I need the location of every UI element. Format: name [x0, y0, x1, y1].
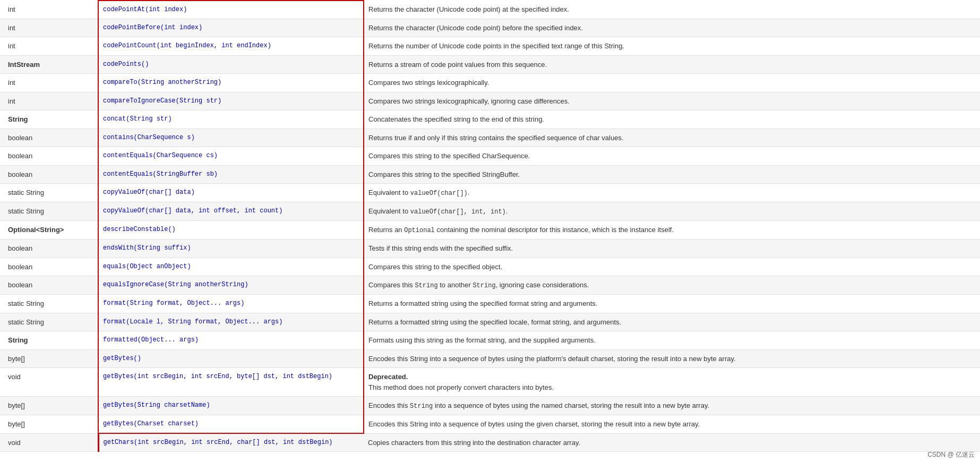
- api-table-wrapper: intcodePointAt(int index)Returns the cha…: [0, 0, 980, 452]
- table-row: Optional<String>describeConstable()Retur…: [0, 221, 980, 239]
- type-cell: static String: [0, 295, 98, 313]
- desc-cell: Returns an Optional containing the nomin…: [364, 221, 980, 239]
- table-row: IntStreamcodePoints()Returns a stream of…: [0, 55, 980, 74]
- type-cell: IntStream: [0, 55, 98, 74]
- desc-cell: Compares two strings lexicographically.: [364, 74, 980, 92]
- table-row: booleancontentEquals(StringBuffer sb)Com…: [0, 165, 980, 184]
- desc-cell: Compares this String to another String, …: [364, 276, 980, 295]
- type-cell: void: [0, 433, 98, 452]
- type-cell: byte[]: [0, 349, 98, 368]
- desc-cell: Encodes this String into a sequence of b…: [364, 349, 980, 368]
- api-table: intcodePointAt(int index)Returns the cha…: [0, 0, 980, 452]
- desc-cell: Compares this string to the specified Ch…: [364, 147, 980, 166]
- method-cell: describeConstable(): [98, 221, 364, 239]
- type-cell: boolean: [0, 276, 98, 295]
- desc-cell: Concatenates the specified string to the…: [364, 110, 980, 129]
- type-cell: static String: [0, 313, 98, 331]
- method-cell: format(Locale l, String format, Object..…: [98, 313, 364, 331]
- method-cell: endsWith(String suffix): [98, 239, 364, 258]
- desc-cell: Compares this string to the specified ob…: [364, 258, 980, 276]
- type-cell: byte[]: [0, 415, 98, 434]
- type-cell: int: [0, 92, 98, 110]
- desc-cell: Formats using this string as the format …: [364, 331, 980, 350]
- method-cell: copyValueOf(char[] data): [98, 184, 364, 202]
- table-row: booleanendsWith(String suffix)Tests if t…: [0, 239, 980, 258]
- desc-cell: Encodes this String into a sequence of b…: [364, 397, 980, 415]
- desc-cell: Returns a stream of code point values fr…: [364, 55, 980, 74]
- desc-cell: Returns the character (Unicode code poin…: [364, 19, 980, 37]
- desc-cell: Copies characters from this string into …: [364, 433, 980, 452]
- type-cell: int: [0, 1, 98, 19]
- method-cell: contains(CharSequence s): [98, 129, 364, 147]
- method-cell: codePointCount(int beginIndex, int endIn…: [98, 37, 364, 56]
- method-cell: getBytes(Charset charset): [98, 415, 364, 434]
- type-cell: Optional<String>: [0, 221, 98, 239]
- type-cell: boolean: [0, 147, 98, 166]
- type-cell: int: [0, 37, 98, 56]
- type-cell: boolean: [0, 165, 98, 184]
- method-cell: contentEquals(CharSequence cs): [98, 147, 364, 166]
- type-cell: byte[]: [0, 397, 98, 415]
- method-cell: codePoints(): [98, 55, 364, 74]
- method-cell: compareToIgnoreCase(String str): [98, 92, 364, 110]
- method-cell: format(String format, Object... args): [98, 295, 364, 313]
- method-cell: copyValueOf(char[] data, int offset, int…: [98, 202, 364, 221]
- desc-cell: Deprecated.This method does not properly…: [364, 368, 980, 397]
- table-row: intcompareToIgnoreCase(String str)Compar…: [0, 92, 980, 110]
- type-cell: void: [0, 368, 98, 397]
- type-cell: boolean: [0, 129, 98, 147]
- method-cell: concat(String str): [98, 110, 364, 129]
- table-row: intcodePointCount(int beginIndex, int en…: [0, 37, 980, 56]
- method-cell: formatted(Object... args): [98, 331, 364, 350]
- table-row: intcodePointBefore(int index)Returns the…: [0, 19, 980, 37]
- watermark: CSDN @ 亿迷云: [927, 450, 975, 452]
- desc-cell: Returns a formatted string using the spe…: [364, 313, 980, 331]
- desc-cell: Equivalent to valueOf(char[], int, int).: [364, 202, 980, 221]
- table-row: byte[]getBytes(String charsetName)Encode…: [0, 397, 980, 415]
- type-cell: boolean: [0, 239, 98, 258]
- method-cell: getBytes(): [98, 349, 364, 368]
- table-row: static Stringformat(Locale l, String for…: [0, 313, 980, 331]
- desc-cell: Encodes this String into a sequence of b…: [364, 415, 980, 434]
- method-cell: compareTo(String anotherString): [98, 74, 364, 92]
- type-cell: String: [0, 331, 98, 350]
- desc-cell: Compares this string to the specified St…: [364, 165, 980, 184]
- desc-cell: Returns the character (Unicode code poin…: [364, 1, 980, 19]
- table-row: static StringcopyValueOf(char[] data, in…: [0, 202, 980, 221]
- table-row: byte[]getBytes(Charset charset)Encodes t…: [0, 415, 980, 434]
- method-cell: getBytes(String charsetName): [98, 397, 364, 415]
- type-cell: boolean: [0, 258, 98, 276]
- desc-cell: Returns true if and only if this string …: [364, 129, 980, 147]
- method-cell: codePointBefore(int index): [98, 19, 364, 37]
- type-cell: static String: [0, 202, 98, 221]
- table-row: booleanequalsIgnoreCase(String anotherSt…: [0, 276, 980, 295]
- method-cell: equals(Object anObject): [98, 258, 364, 276]
- table-row: intcodePointAt(int index)Returns the cha…: [0, 1, 980, 19]
- method-cell: equalsIgnoreCase(String anotherString): [98, 276, 364, 295]
- desc-cell: Returns a formatted string using the spe…: [364, 295, 980, 313]
- table-row: voidgetBytes(int srcBegin, int srcEnd, b…: [0, 368, 980, 397]
- desc-cell: Equivalent to valueOf(char[]).: [364, 184, 980, 202]
- table-row: intcompareTo(String anotherString)Compar…: [0, 74, 980, 92]
- type-cell: int: [0, 19, 98, 37]
- method-cell: getBytes(int srcBegin, int srcEnd, byte[…: [98, 368, 364, 397]
- method-cell: codePointAt(int index): [98, 1, 364, 19]
- table-row: byte[]getBytes()Encodes this String into…: [0, 349, 980, 368]
- type-cell: String: [0, 110, 98, 129]
- table-row: voidgetChars(int srcBegin, int srcEnd, c…: [0, 433, 980, 452]
- desc-cell: Tests if this string ends with the speci…: [364, 239, 980, 258]
- table-row: booleancontains(CharSequence s)Returns t…: [0, 129, 980, 147]
- table-row: booleanequals(Object anObject)Compares t…: [0, 258, 980, 276]
- table-row: Stringformatted(Object... args)Formats u…: [0, 331, 980, 350]
- type-cell: int: [0, 74, 98, 92]
- table-row: booleancontentEquals(CharSequence cs)Com…: [0, 147, 980, 166]
- method-cell: contentEquals(StringBuffer sb): [98, 165, 364, 184]
- type-cell: static String: [0, 184, 98, 202]
- table-row: Stringconcat(String str)Concatenates the…: [0, 110, 980, 129]
- desc-cell: Returns the number of Unicode code point…: [364, 37, 980, 56]
- desc-cell: Compares two strings lexicographically, …: [364, 92, 980, 110]
- table-row: static StringcopyValueOf(char[] data)Equ…: [0, 184, 980, 202]
- method-cell: getChars(int srcBegin, int srcEnd, char[…: [98, 433, 364, 452]
- table-row: static Stringformat(String format, Objec…: [0, 295, 980, 313]
